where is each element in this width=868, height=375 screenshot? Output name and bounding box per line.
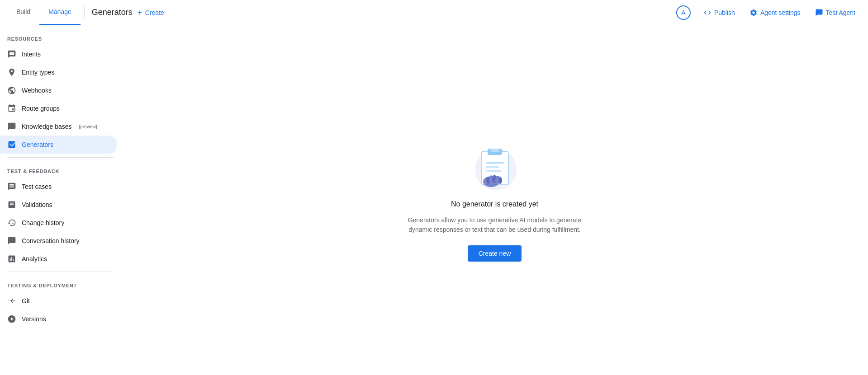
top-nav: Build Manage Generators Create A Publish… — [0, 0, 868, 25]
empty-state-title: No generator is created yet — [451, 200, 538, 208]
sidebar-item-label: Knowledge bases — [22, 123, 72, 130]
entity-types-icon — [7, 68, 16, 77]
sidebar-item-change-history[interactable]: Change history — [0, 214, 117, 232]
tab-manage[interactable]: Manage — [39, 0, 81, 25]
sidebar-item-label: Git — [22, 297, 30, 305]
page-title: Generators — [92, 8, 133, 17]
svg-rect-3 — [491, 149, 499, 152]
sidebar: RESOURCES Intents Entity types Webhooks — [0, 25, 121, 375]
generators-icon — [7, 140, 16, 149]
sidebar-item-label: Intents — [22, 51, 41, 58]
agent-settings-button[interactable]: Agent settings — [744, 6, 806, 19]
sidebar-divider-2 — [7, 272, 114, 272]
sidebar-item-analytics[interactable]: Analytics — [0, 250, 117, 268]
sidebar-item-validations[interactable]: Validations — [0, 196, 117, 214]
nav-tabs: Build Manage — [7, 0, 81, 25]
conversation-history-icon — [7, 236, 16, 245]
sidebar-item-label: Generators — [22, 141, 53, 148]
tab-build[interactable]: Build — [7, 0, 39, 25]
versions-icon — [7, 314, 16, 323]
sidebar-divider-1 — [7, 157, 114, 158]
test-agent-button[interactable]: Test Agent — [810, 6, 861, 19]
create-new-button[interactable]: Create new — [468, 245, 522, 262]
sidebar-item-generators[interactable]: Generators — [0, 136, 117, 154]
sidebar-item-route-groups[interactable]: Route groups — [0, 99, 117, 117]
empty-state-description: Generators allow you to use generative A… — [404, 216, 585, 234]
nav-divider — [84, 6, 85, 19]
main-content: No generator is created yet Generators a… — [121, 25, 868, 375]
sidebar-item-label: Test cases — [22, 183, 52, 190]
preview-badge: [preview] — [79, 124, 97, 129]
sidebar-item-knowledge-bases[interactable]: Knowledge bases [preview] — [0, 117, 117, 136]
svg-rect-5 — [486, 166, 499, 168]
sidebar-item-label: Webhooks — [22, 87, 52, 94]
sidebar-item-label: Route groups — [22, 105, 60, 112]
sidebar-item-entity-types[interactable]: Entity types — [0, 63, 117, 81]
sidebar-item-git[interactable]: Git — [0, 292, 117, 310]
intents-icon — [7, 50, 16, 59]
main-layout: RESOURCES Intents Entity types Webhooks — [0, 25, 868, 375]
publish-icon — [703, 9, 711, 17]
sidebar-item-label: Analytics — [22, 255, 47, 262]
settings-icon — [749, 9, 758, 17]
sidebar-item-label: Change history — [22, 219, 64, 226]
sidebar-item-intents[interactable]: Intents — [0, 45, 117, 63]
section-testing-deployment-label: TESTING & DEPLOYMENT — [0, 276, 121, 292]
sidebar-item-label: Validations — [22, 201, 52, 208]
empty-state: No generator is created yet Generators a… — [404, 139, 585, 262]
test-cases-icon — [7, 182, 16, 191]
sidebar-item-webhooks[interactable]: Webhooks — [0, 81, 117, 99]
route-groups-icon — [7, 104, 16, 113]
chat-icon — [815, 9, 823, 17]
publish-button[interactable]: Publish — [698, 6, 740, 19]
sidebar-item-label: Conversation history — [22, 237, 80, 244]
validations-icon — [7, 200, 16, 209]
empty-illustration — [468, 139, 522, 193]
svg-rect-6 — [486, 170, 502, 172]
avatar[interactable]: A — [676, 5, 691, 20]
sidebar-item-label: Entity types — [22, 69, 54, 76]
webhooks-icon — [7, 86, 16, 95]
section-resources-label: RESOURCES — [0, 29, 121, 45]
top-nav-right: A Publish Agent settings Test Agent — [676, 5, 861, 20]
plus-icon — [136, 9, 143, 16]
sidebar-item-conversation-history[interactable]: Conversation history — [0, 232, 117, 250]
create-link[interactable]: Create — [136, 9, 164, 16]
svg-rect-4 — [486, 162, 504, 164]
analytics-icon — [7, 254, 16, 263]
change-history-icon — [7, 218, 16, 227]
sidebar-item-versions[interactable]: Versions — [0, 310, 117, 328]
sidebar-item-label: Versions — [22, 315, 46, 323]
svg-point-13 — [498, 178, 502, 184]
git-icon — [7, 296, 16, 305]
sidebar-item-test-cases[interactable]: Test cases — [0, 178, 117, 196]
knowledge-bases-icon — [7, 122, 16, 131]
section-test-feedback-label: TEST & FEEDBACK — [0, 161, 121, 178]
